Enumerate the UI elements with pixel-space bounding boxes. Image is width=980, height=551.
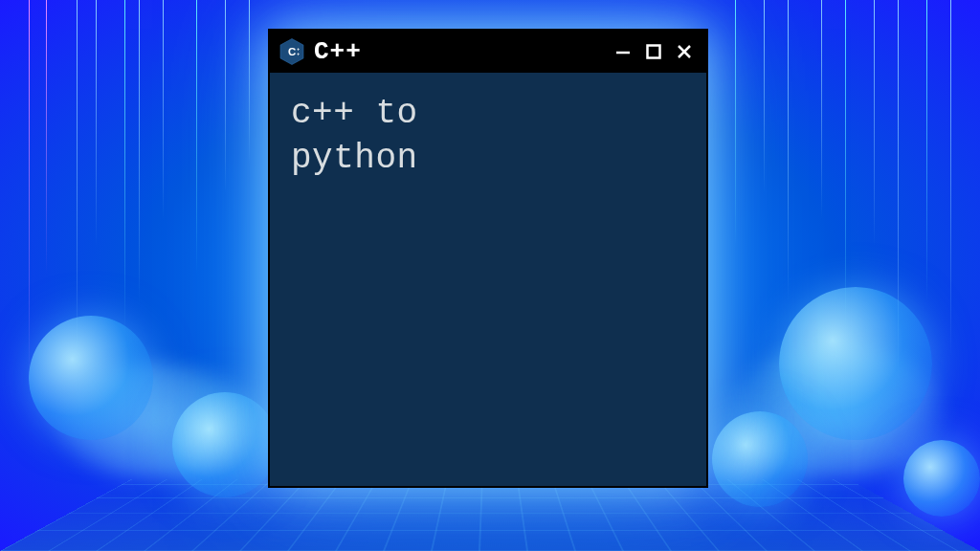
svg-text:+: + bbox=[297, 47, 300, 52]
maximize-button[interactable] bbox=[641, 39, 666, 64]
terminal-content: c++ to python bbox=[270, 73, 706, 201]
close-button[interactable] bbox=[672, 39, 697, 64]
svg-rect-5 bbox=[648, 46, 660, 58]
window-title: C++ bbox=[314, 37, 362, 66]
content-line-2: python bbox=[291, 137, 685, 182]
cpp-hex-icon: C + + bbox=[278, 37, 306, 66]
titlebar[interactable]: C + + C++ bbox=[270, 31, 706, 73]
svg-text:C: C bbox=[288, 46, 296, 57]
minimize-button[interactable] bbox=[611, 39, 635, 64]
svg-text:+: + bbox=[297, 52, 300, 56]
terminal-window: C + + C++ c++ to python bbox=[268, 29, 708, 488]
window-controls bbox=[611, 39, 697, 64]
content-line-1: c++ to bbox=[291, 92, 685, 137]
